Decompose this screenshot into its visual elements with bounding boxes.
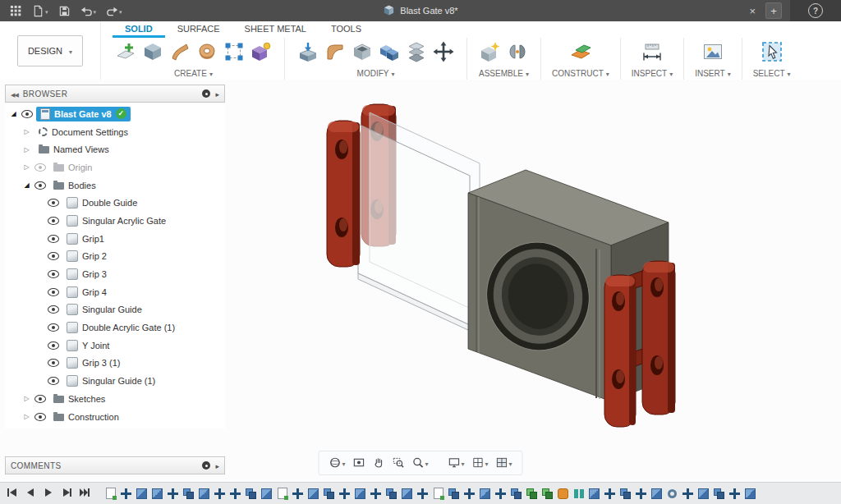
timeline-feature-move[interactable] [634, 485, 648, 502]
browser-item-y-joint[interactable]: Y Joint [5, 337, 225, 355]
fillet-button[interactable] [323, 40, 347, 65]
move-button[interactable] [431, 40, 456, 65]
timeline-feature-combine[interactable] [244, 485, 258, 502]
visibility-eye-icon[interactable] [48, 199, 59, 207]
panel-options-icon[interactable] [202, 461, 210, 470]
create-sketch-button[interactable] [113, 40, 138, 65]
file-menu-button[interactable] [29, 3, 52, 19]
viewport[interactable]: BROWSER ◢Blast Gate v8▷Document Settings… [0, 80, 841, 483]
tab-sheet-metal[interactable]: SHEET METAL [232, 21, 319, 38]
visibility-eye-icon[interactable] [48, 377, 59, 385]
toolbar-group-dropdown-construct[interactable]: CONSTRUCT [552, 67, 609, 79]
close-document-button[interactable]: × [739, 5, 765, 17]
collapse-arrow-icon[interactable]: ◢ [22, 181, 31, 189]
timeline-feature-combine[interactable] [447, 485, 461, 502]
split-body-button[interactable] [404, 40, 429, 65]
dropdown-caret-icon[interactable] [461, 458, 464, 468]
panel-expand-icon[interactable] [215, 461, 219, 470]
browser-item-bodies[interactable]: ◢Bodies [5, 176, 225, 195]
timeline-feature-extrude[interactable] [197, 485, 211, 502]
derive-button[interactable] [249, 40, 273, 65]
visibility-eye-icon[interactable] [48, 235, 59, 243]
sweep-button[interactable] [168, 40, 192, 65]
visibility-eye-icon[interactable] [48, 270, 59, 278]
tab-tools[interactable]: TOOLS [319, 21, 374, 38]
browser-item-grip1[interactable]: Grip1 [5, 230, 225, 248]
visibility-eye-icon[interactable] [34, 181, 46, 190]
browser-item-document-settings[interactable]: ▷Document Settings [5, 123, 225, 141]
look-at-button[interactable] [350, 456, 367, 471]
workspace-switcher[interactable]: DESIGN [17, 35, 83, 66]
timeline-feature-extrude[interactable] [696, 485, 710, 502]
visibility-eye-icon[interactable] [21, 110, 33, 118]
browser-item-sketches[interactable]: ▷Sketches [5, 390, 225, 408]
panel-expand-icon[interactable] [215, 89, 219, 99]
timeline-feature-combine[interactable] [712, 485, 726, 502]
visibility-eye-icon[interactable] [34, 395, 46, 403]
measure-button[interactable] [640, 40, 664, 65]
toolbar-group-dropdown-select[interactable]: SELECT [753, 67, 791, 79]
visibility-eye-icon[interactable] [48, 341, 59, 350]
toolbar-group-dropdown-create[interactable]: CREATE [113, 67, 273, 79]
timeline-feature-sketch[interactable] [103, 485, 117, 502]
timeline-feature-hole[interactable] [665, 485, 679, 502]
construction-plane-button[interactable] [568, 40, 593, 65]
timeline-feature-move[interactable] [416, 485, 430, 502]
revolve-button[interactable] [195, 40, 219, 65]
timeline-feature-sketch[interactable] [431, 485, 445, 502]
timeline-feature-extrude[interactable] [306, 485, 320, 502]
timeline-feature-move[interactable] [728, 485, 742, 502]
toolbar-group-dropdown-modify[interactable]: MODIFY [296, 67, 456, 79]
browser-item-grip-4[interactable]: Grip 4 [5, 283, 225, 301]
visibility-eye-icon[interactable] [48, 359, 59, 367]
timeline-feature-move[interactable] [338, 485, 352, 502]
browser-item-double-guide[interactable]: Double Guide [5, 194, 225, 212]
select-button[interactable] [760, 40, 784, 65]
browser-item-origin[interactable]: ▷Origin [5, 158, 225, 176]
timeline-feature-sketch[interactable] [275, 485, 289, 502]
toolbar-group-dropdown-inspect[interactable]: INSPECT [632, 67, 673, 79]
visibility-eye-icon[interactable] [48, 217, 59, 225]
visibility-eye-icon[interactable] [34, 413, 46, 421]
viewports-button[interactable] [494, 456, 515, 471]
timeline-feature-extrude[interactable] [743, 485, 757, 502]
timeline-feature-combine[interactable] [384, 485, 398, 502]
tab-surface[interactable]: SURFACE [165, 21, 232, 38]
timeline-feature-move[interactable] [603, 485, 617, 502]
orbit-button[interactable] [326, 456, 347, 471]
expand-arrow-icon[interactable]: ▷ [22, 395, 31, 402]
press-pull-button[interactable] [296, 40, 320, 65]
timeline-feature-extrude[interactable] [260, 485, 273, 502]
step-back-button[interactable] [25, 488, 36, 499]
joint-button[interactable] [505, 40, 530, 65]
timeline-feature-pattern[interactable] [540, 485, 554, 502]
model-right-grip-front[interactable] [604, 275, 636, 427]
timeline-feature-move[interactable] [462, 485, 476, 502]
visibility-eye-icon[interactable] [34, 163, 46, 172]
timeline-feature-combine[interactable] [509, 485, 523, 502]
dropdown-caret-icon[interactable] [342, 458, 345, 468]
zoom-window-button[interactable] [389, 456, 407, 471]
expand-arrow-icon[interactable]: ▷ [22, 128, 31, 135]
help-button[interactable]: ? [808, 3, 823, 18]
extrude-button[interactable] [140, 40, 165, 65]
timeline-feature-extrude[interactable] [587, 485, 601, 502]
dropdown-caret-icon[interactable] [485, 458, 489, 468]
collapse-arrow-icon[interactable]: ◢ [9, 110, 18, 117]
display-settings-button[interactable] [445, 456, 466, 471]
shell-button[interactable] [350, 40, 375, 65]
timeline-feature-combine[interactable] [618, 485, 632, 502]
insert-canvas-button[interactable] [701, 40, 725, 65]
expand-arrow-icon[interactable]: ▷ [22, 146, 31, 153]
new-tab-button[interactable]: + [765, 2, 782, 19]
dropdown-caret-icon[interactable] [119, 6, 122, 16]
play-button[interactable] [43, 488, 54, 499]
expand-arrow-icon[interactable]: ▷ [22, 163, 31, 171]
browser-item-double-acrylic-gate-1[interactable]: Double Acrylic Gate (1) [5, 318, 225, 337]
timeline-feature-pattern[interactable] [525, 485, 539, 502]
new-component-button[interactable] [478, 40, 503, 65]
timeline-feature-form[interactable] [556, 485, 570, 502]
timeline-feature-move[interactable] [213, 485, 227, 502]
browser-item-grip-3-1[interactable]: Grip 3 (1) [5, 355, 225, 373]
model-right-grip-rear[interactable] [642, 261, 675, 415]
